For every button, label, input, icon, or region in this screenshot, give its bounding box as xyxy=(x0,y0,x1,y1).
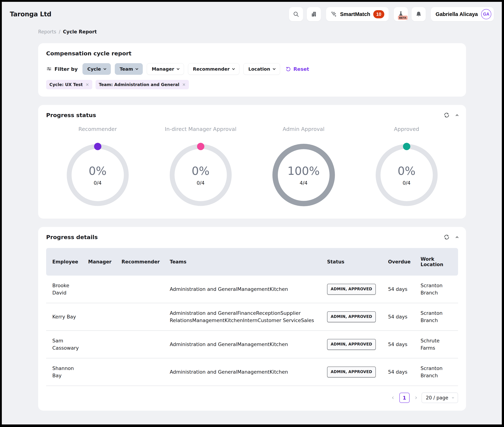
filter-dropdown[interactable]: Manager xyxy=(147,63,184,75)
notifications-button[interactable] xyxy=(411,7,426,21)
labs-button[interactable]: BETA xyxy=(394,7,408,21)
chevron-up-icon xyxy=(456,236,459,239)
progress-table: EmployeeManagerRecommenderTeamsStatusOve… xyxy=(46,248,458,386)
table-row[interactable]: Brooke David Administration and GeneralM… xyxy=(46,275,458,303)
refresh-icon xyxy=(443,112,450,118)
filter-chip[interactable]: Cycle: UX Test ✕ xyxy=(46,80,92,89)
gauge-value: 0% 0/4 xyxy=(65,143,130,207)
cell-teams: Administration and GeneralManagementKitc… xyxy=(170,341,327,348)
collapse-details-button[interactable] xyxy=(456,236,458,239)
company-logo: Taronga Ltd xyxy=(10,11,51,18)
organization-button[interactable] xyxy=(307,7,321,21)
cell-overdue: 54 days xyxy=(388,368,420,376)
top-bar: Taronga Ltd xyxy=(2,2,502,21)
filter-dropdown[interactable]: Cycle xyxy=(82,63,111,75)
chevron-down-icon xyxy=(135,67,138,70)
table-row[interactable]: Sam Cassowary Administration and General… xyxy=(46,331,458,358)
page-size-value: 20 / page xyxy=(426,395,448,400)
prev-page-button[interactable] xyxy=(393,397,394,399)
gauge-fraction: 0/4 xyxy=(403,180,411,186)
chevron-down-icon xyxy=(177,67,180,70)
cell-work-location: Schrute Farms xyxy=(421,337,457,352)
chevron-down-icon xyxy=(452,396,454,398)
progress-details-title: Progress details xyxy=(46,234,98,240)
filter-chip-label: Cycle: UX Test xyxy=(49,82,83,87)
gauge-percent: 0% xyxy=(398,164,415,178)
table-header: EmployeeManagerRecommenderTeamsStatusOve… xyxy=(46,248,458,275)
filter-dropdown[interactable]: Location xyxy=(243,63,280,75)
gauge-ring: 0% 0/4 xyxy=(168,143,233,207)
search-icon xyxy=(293,11,299,17)
cell-teams: Administration and GeneralManagementKitc… xyxy=(170,286,327,293)
filter-dropdown-label: Location xyxy=(248,66,270,72)
table-row[interactable]: Shannon Bay Administration and GeneralMa… xyxy=(46,358,458,386)
breadcrumb-separator: / xyxy=(59,29,61,34)
progress-gauge: Recommender 0% 0/4 xyxy=(46,126,149,207)
filter-by-label: Filter by xyxy=(54,66,78,72)
filter-chip-label: Team: Administration and General xyxy=(99,82,179,87)
table-row[interactable]: Kerry Bay Administration and GeneralFina… xyxy=(46,303,458,331)
sliders-icon xyxy=(46,66,52,72)
column-header: Recommender xyxy=(122,259,170,265)
filter-row: Filter by Cycle Team Manager Recommender… xyxy=(46,63,458,75)
gauge-label: Approved xyxy=(355,126,458,132)
breadcrumb-reports-link[interactable]: Reports xyxy=(38,29,56,34)
chevron-right-icon xyxy=(414,396,417,399)
cell-teams: Administration and GeneralFinanceRecepti… xyxy=(170,310,327,324)
gauge-fraction: 4/4 xyxy=(300,180,308,186)
filter-dropdown[interactable]: Team xyxy=(115,63,143,75)
breadcrumb: Reports / Cycle Report xyxy=(38,29,502,34)
filter-dropdown-label: Cycle xyxy=(87,66,101,72)
gauge-label: Admin Approval xyxy=(252,126,355,132)
filters-card: Compensation cycle report Filter by Cycl… xyxy=(38,43,466,97)
gauge-value: 0% 0/4 xyxy=(374,143,439,207)
pagination: 1 20 / page xyxy=(46,393,458,403)
active-filter-chips: Cycle: UX Test ✕ Team: Administration an… xyxy=(46,80,458,89)
cell-employee: Sam Cassowary xyxy=(46,337,88,352)
chevron-up-icon xyxy=(456,114,459,117)
gauge-label: Recommender xyxy=(46,126,149,132)
gauge-value: 0% 0/4 xyxy=(168,143,233,207)
next-page-button[interactable] xyxy=(415,397,417,399)
building-icon xyxy=(310,11,317,17)
column-header: Teams xyxy=(170,259,327,265)
progress-details-card: Progress details EmployeeManagerRecommen… xyxy=(38,227,466,411)
filter-dropdown[interactable]: Recommender xyxy=(188,63,239,75)
column-header: Work Location xyxy=(421,256,458,267)
reset-filters-button[interactable]: Reset xyxy=(286,66,309,72)
progress-status-card: Progress status Recommender xyxy=(38,105,466,219)
chevron-down-icon xyxy=(273,67,276,70)
cell-employee: Kerry Bay xyxy=(46,313,88,320)
status-badge: ADMIN, APPROVED xyxy=(327,284,376,295)
card-actions xyxy=(443,112,458,118)
search-button[interactable] xyxy=(289,7,303,21)
screen-frame: Taronga Ltd xyxy=(0,0,504,427)
remove-chip-icon[interactable]: ✕ xyxy=(86,82,89,87)
smartmatch-button[interactable]: SmartMatch 10 xyxy=(326,7,389,21)
progress-status-title: Progress status xyxy=(46,112,96,118)
filter-buttons-group: Cycle Team Manager Recommender Location xyxy=(82,63,280,75)
remove-chip-icon[interactable]: ✕ xyxy=(182,82,186,87)
collapse-status-button[interactable] xyxy=(456,114,458,117)
current-page-button[interactable]: 1 xyxy=(399,393,410,403)
main-content: Compensation cycle report Filter by Cycl… xyxy=(38,43,466,411)
refresh-details-button[interactable] xyxy=(443,234,450,240)
refresh-status-button[interactable] xyxy=(443,112,450,118)
filter-chip[interactable]: Team: Administration and General ✕ xyxy=(95,80,189,89)
reset-label: Reset xyxy=(294,66,309,72)
filters-card-title: Compensation cycle report xyxy=(46,50,458,57)
cell-overdue: 54 days xyxy=(388,341,420,348)
status-badge: ADMIN, APPROVED xyxy=(327,311,376,322)
filter-dropdown-label: Manager xyxy=(152,66,174,72)
gauge-percent: 0% xyxy=(89,164,106,178)
gauge-fraction: 0/4 xyxy=(94,180,101,186)
gauge-ring: 0% 0/4 xyxy=(374,143,439,207)
page-size-select[interactable]: 20 / page xyxy=(422,393,458,403)
gauges-row: Recommender 0% 0/4 In-direct Manager App… xyxy=(46,126,458,207)
card-actions xyxy=(443,234,458,240)
sparkles-icon xyxy=(330,11,337,18)
cell-work-location: Scranton Branch xyxy=(421,282,457,297)
status-badge: ADMIN, APPROVED xyxy=(327,366,376,377)
user-menu[interactable]: Gabriella Alicaya GA xyxy=(431,7,494,21)
cell-status: ADMIN, APPROVED xyxy=(327,339,388,350)
